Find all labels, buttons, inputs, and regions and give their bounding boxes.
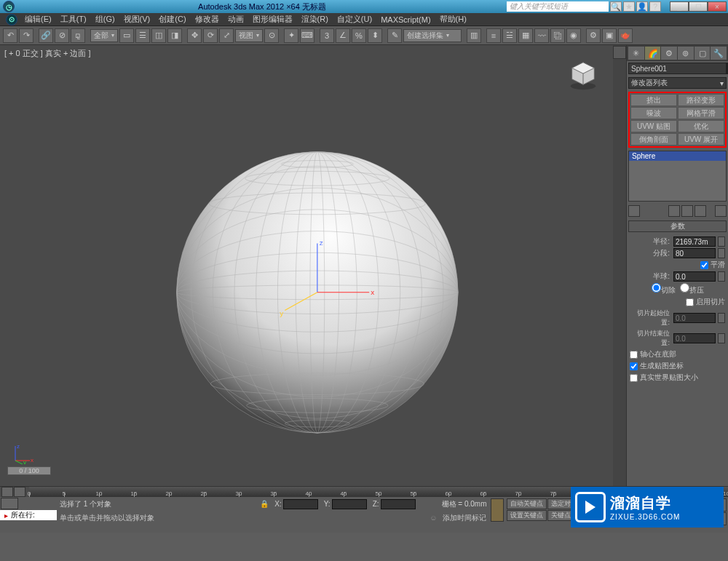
viewcube[interactable] xyxy=(566,58,600,92)
render-button[interactable]: 🫖 xyxy=(618,28,633,43)
curve-editor-button[interactable]: 〰 xyxy=(534,28,549,43)
x-coord-input[interactable] xyxy=(283,499,318,509)
configure-sets-button[interactable] xyxy=(715,205,727,217)
real-world-checkbox[interactable] xyxy=(630,374,638,382)
auto-key-button[interactable]: 自动关键点 xyxy=(507,498,547,509)
object-name-input[interactable] xyxy=(628,63,727,74)
hierarchy-tab[interactable]: ⚙ xyxy=(661,47,677,60)
params-rollout-header[interactable]: 参数 xyxy=(628,220,727,232)
mod-btn-uvwmap[interactable]: UVW 贴图 xyxy=(630,120,677,132)
radius-spinner[interactable]: 2169.73m xyxy=(673,236,716,247)
favorites-icon[interactable]: ★ xyxy=(623,1,635,12)
help-search-input[interactable]: 键入关键字或短语 xyxy=(507,1,609,12)
graphite-button[interactable]: ▦ xyxy=(518,28,533,43)
maxscript-mini-button[interactable] xyxy=(1,498,18,509)
mod-btn-meshsmooth[interactable]: 网格平滑 xyxy=(678,107,724,119)
app-icon[interactable]: ◷ xyxy=(3,1,15,12)
motion-tab[interactable]: ⊚ xyxy=(678,47,694,60)
slice-on-checkbox[interactable] xyxy=(686,298,694,306)
align-button[interactable]: ≡ xyxy=(486,28,501,43)
mod-btn-unwrapuvw[interactable]: UVW 展开 xyxy=(678,133,724,146)
menu-customize[interactable]: 自定义(U) xyxy=(333,14,376,25)
minimize-button[interactable]: _ xyxy=(670,1,689,12)
hemisphere-spinner[interactable]: 0.0 xyxy=(673,271,716,282)
unlink-button[interactable]: ⊘ xyxy=(55,28,69,43)
spinner-snap-button[interactable]: ⬍ xyxy=(368,28,382,43)
add-time-tag[interactable]: 添加时间标记 xyxy=(443,513,486,523)
selection-filter-dropdown[interactable]: 全部 xyxy=(90,29,118,42)
percent-snap-button[interactable]: % xyxy=(352,28,366,43)
snap-toggle-button[interactable]: 3 xyxy=(320,28,334,43)
scale-button[interactable]: ⤢ xyxy=(219,28,234,43)
modifier-list-dropdown[interactable]: 修改器列表 xyxy=(628,77,727,89)
set-key-big-button[interactable] xyxy=(491,498,504,522)
menu-maxscript[interactable]: MAXScript(M) xyxy=(376,15,435,24)
close-button[interactable]: × xyxy=(708,1,727,12)
ref-coord-dropdown[interactable]: 视图 xyxy=(235,29,263,42)
trackbar-btn2[interactable] xyxy=(14,487,25,497)
remove-mod-button[interactable] xyxy=(695,205,706,217)
render-setup-button[interactable]: ⚙ xyxy=(586,28,601,43)
pin-stack-button[interactable] xyxy=(628,205,640,217)
search-go-icon[interactable]: 🔍 xyxy=(610,1,622,12)
menu-group[interactable]: 组(G) xyxy=(91,14,119,25)
mod-btn-bevelprofile[interactable]: 倒角剖面 xyxy=(630,133,677,146)
modify-tab[interactable]: 🌈 xyxy=(645,47,661,60)
edit-named-sel-button[interactable]: ✎ xyxy=(387,28,402,43)
menu-render[interactable]: 渲染(R) xyxy=(297,14,333,25)
lock-icon[interactable]: 🔒 xyxy=(260,500,269,508)
menu-modifiers[interactable]: 修改器 xyxy=(191,14,223,25)
menu-edit[interactable]: 编辑(E) xyxy=(20,14,56,25)
squash-radio[interactable] xyxy=(680,283,689,293)
base-pivot-checkbox[interactable] xyxy=(630,351,638,359)
named-sel-dropdown[interactable]: 创建选择集 xyxy=(403,29,462,42)
mod-btn-extrude[interactable]: 挤出 xyxy=(630,94,677,106)
mod-btn-optimize[interactable]: 优化 xyxy=(678,120,724,132)
smooth-checkbox[interactable] xyxy=(700,261,708,269)
viewport-label[interactable]: [ + 0 正交 ] 真实 + 边面 ] xyxy=(4,48,91,59)
stack-item-sphere[interactable]: Sphere xyxy=(629,151,726,161)
angle-snap-button[interactable]: ∠ xyxy=(336,28,350,43)
signin-icon[interactable]: 👤 xyxy=(636,1,648,12)
schematic-button[interactable]: ⿻ xyxy=(550,28,565,43)
redo-button[interactable]: ↷ xyxy=(19,28,33,43)
select-button[interactable]: ▭ xyxy=(119,28,134,43)
select-name-button[interactable]: ☰ xyxy=(135,28,150,43)
show-end-result-button[interactable] xyxy=(668,205,680,217)
create-tab[interactable]: ✳ xyxy=(628,47,644,60)
rendered-frame-button[interactable]: ▣ xyxy=(602,28,617,43)
app-menu-icon[interactable]: ⊙ xyxy=(6,14,17,25)
viewport[interactable]: [ + 0 正交 ] 真实 + 边面 ] xyxy=(0,45,613,486)
exchange-icon[interactable]: ? xyxy=(649,1,661,12)
bind-button[interactable]: ⚼ xyxy=(71,28,85,43)
y-coord-input[interactable] xyxy=(332,499,367,509)
menu-view[interactable]: 视图(V) xyxy=(119,14,155,25)
link-button[interactable]: 🔗 xyxy=(39,28,53,43)
set-key-button[interactable]: 设置关键点 xyxy=(507,510,547,521)
mod-btn-noise[interactable]: 噪波 xyxy=(630,107,677,119)
menu-create[interactable]: 创建(C) xyxy=(154,14,190,25)
manipulate-button[interactable]: ✦ xyxy=(284,28,298,43)
z-coord-input[interactable] xyxy=(381,499,416,509)
prompt-loc-button[interactable]: 所在行: xyxy=(0,510,57,520)
rotate-button[interactable]: ⟳ xyxy=(203,28,218,43)
trackbar-btn1[interactable] xyxy=(1,487,13,497)
segments-spin-buttons[interactable] xyxy=(718,248,725,258)
modifier-stack[interactable]: Sphere xyxy=(628,151,727,202)
time-slider[interactable]: 0 / 100 xyxy=(7,466,51,475)
menu-animation[interactable]: 动画 xyxy=(223,14,248,25)
material-editor-button[interactable]: ◉ xyxy=(566,28,581,43)
radius-spin-buttons[interactable] xyxy=(718,236,725,247)
menu-help[interactable]: 帮助(H) xyxy=(435,14,471,25)
mod-btn-pathdeform[interactable]: 路径变形 xyxy=(678,94,724,106)
select-region-button[interactable]: ◫ xyxy=(151,28,166,43)
keyboard-shortcut-button[interactable]: ⌨ xyxy=(300,28,314,43)
layers-button[interactable]: ☱ xyxy=(502,28,517,43)
dock-btn-1[interactable] xyxy=(613,46,626,59)
time-slider-bar[interactable]: 0 / 100 xyxy=(0,466,613,476)
chop-radio[interactable] xyxy=(652,283,661,293)
hemisphere-spin-buttons[interactable] xyxy=(718,271,725,282)
menu-graph-editors[interactable]: 图形编辑器 xyxy=(248,14,297,25)
gen-uv-checkbox[interactable] xyxy=(630,362,638,370)
display-tab[interactable]: ▢ xyxy=(695,47,711,60)
